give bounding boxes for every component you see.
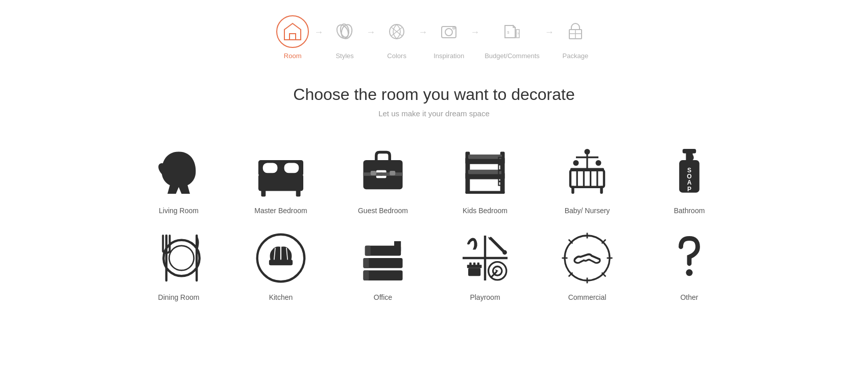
room-step-icon — [282, 21, 303, 42]
step-inspiration-label: Inspiration — [433, 52, 464, 60]
svg-rect-72 — [364, 258, 403, 268]
arrow-2: → — [366, 27, 375, 48]
styles-step-icon — [333, 20, 356, 43]
commercial-label: Commercial — [568, 293, 607, 301]
svg-rect-18 — [284, 163, 299, 173]
svg-point-49 — [585, 149, 590, 155]
playroom-label: Playroom — [470, 293, 500, 301]
office-label: Office — [374, 293, 392, 301]
step-budget[interactable]: $ ? Budget/Comments — [485, 15, 540, 60]
svg-text:?: ? — [517, 32, 519, 36]
title-section: Choose the room you want to decorate Let… — [293, 85, 574, 118]
guest-bedroom-icon — [355, 143, 411, 199]
step-room-icon-wrap — [276, 15, 309, 48]
svg-point-98 — [686, 269, 692, 276]
arrow-5: → — [545, 27, 554, 48]
bathroom-label: Bathroom — [674, 207, 705, 215]
budget-step-icon: $ ? — [501, 20, 523, 43]
room-item-other[interactable]: Other — [648, 230, 730, 301]
step-room[interactable]: Room — [276, 15, 309, 60]
page-wrapper: Room → Styles → — [0, 0, 868, 301]
svg-text:$: $ — [507, 30, 510, 35]
svg-rect-81 — [469, 263, 471, 266]
room-item-dining-room[interactable]: Dining Room — [138, 230, 220, 301]
main-title: Choose the room you want to decorate — [293, 85, 574, 104]
svg-rect-82 — [473, 263, 475, 266]
svg-rect-15 — [258, 174, 303, 191]
svg-rect-25 — [371, 171, 376, 175]
svg-rect-83 — [477, 263, 479, 266]
svg-rect-0 — [290, 34, 296, 40]
office-icon — [355, 230, 411, 286]
package-step-icon — [564, 20, 587, 43]
room-item-baby-nursery[interactable]: Baby/ Nursery — [546, 143, 628, 215]
playroom-icon — [457, 230, 513, 286]
room-item-kitchen[interactable]: Kitchen — [240, 230, 322, 301]
step-inspiration-icon-wrap — [432, 15, 465, 48]
step-styles-icon-wrap — [328, 15, 361, 48]
step-package-icon-wrap — [559, 15, 592, 48]
living-room-icon — [151, 143, 207, 199]
step-colors-label: Colors — [387, 52, 406, 60]
master-bedroom-icon — [253, 143, 309, 199]
room-item-guest-bedroom[interactable]: Guest Bedroom — [342, 143, 424, 215]
dining-room-label: Dining Room — [158, 293, 200, 301]
svg-rect-39 — [570, 170, 604, 187]
svg-rect-24 — [364, 172, 403, 176]
svg-rect-30 — [468, 155, 502, 159]
svg-rect-26 — [390, 171, 395, 175]
step-inspiration[interactable]: Inspiration — [432, 15, 465, 60]
svg-rect-17 — [263, 163, 278, 173]
room-item-kids-bedroom[interactable]: Kids Bedroom — [444, 143, 526, 215]
svg-rect-66 — [269, 260, 293, 265]
step-budget-label: Budget/Comments — [485, 52, 540, 60]
kids-bedroom-label: Kids Bedroom — [463, 207, 508, 215]
inspiration-step-icon — [438, 20, 460, 43]
baby-nursery-icon — [559, 143, 615, 199]
room-item-playroom[interactable]: Playroom — [444, 230, 526, 301]
guest-bedroom-label: Guest Bedroom — [358, 207, 408, 215]
kitchen-label: Kitchen — [269, 293, 293, 301]
colors-step-icon — [385, 20, 408, 43]
step-colors-icon-wrap — [380, 15, 413, 48]
svg-rect-73 — [364, 258, 369, 268]
step-styles-label: Styles — [335, 52, 353, 60]
step-colors[interactable]: Colors — [380, 15, 413, 60]
svg-rect-19 — [261, 190, 266, 196]
stepper: Room → Styles → — [276, 15, 592, 60]
room-item-office[interactable]: Office — [342, 230, 424, 301]
room-item-living-room[interactable]: Living Room — [138, 143, 220, 215]
svg-rect-20 — [296, 190, 301, 196]
sub-title: Let us make it your dream space — [293, 109, 574, 118]
svg-rect-71 — [364, 270, 369, 280]
room-item-bathroom[interactable]: S O A P Bathroom — [648, 143, 730, 215]
svg-rect-84 — [468, 268, 480, 276]
svg-point-50 — [596, 160, 601, 166]
svg-rect-44 — [571, 186, 574, 194]
step-package-label: Package — [563, 52, 589, 60]
svg-point-48 — [573, 160, 579, 166]
other-label: Other — [680, 293, 698, 301]
kids-bedroom-icon — [457, 143, 513, 199]
room-item-commercial[interactable]: Commercial — [546, 230, 628, 301]
svg-text:P: P — [687, 186, 691, 193]
step-styles[interactable]: Styles — [328, 15, 361, 60]
svg-rect-38 — [466, 191, 505, 194]
bathroom-icon: S O A P — [661, 143, 717, 199]
svg-point-9 — [453, 27, 455, 29]
step-package[interactable]: Package — [559, 15, 592, 60]
room-grid: Living Room Master Bedroom — [138, 143, 730, 301]
arrow-3: → — [418, 27, 427, 48]
svg-rect-51 — [570, 168, 604, 171]
svg-rect-75 — [365, 246, 371, 256]
commercial-icon — [559, 230, 615, 286]
svg-point-8 — [445, 29, 452, 36]
master-bedroom-label: Master Bedroom — [254, 207, 307, 215]
step-room-label: Room — [284, 52, 302, 60]
svg-point-63 — [169, 246, 194, 270]
step-budget-icon-wrap: $ ? — [496, 15, 528, 48]
arrow-4: → — [470, 27, 479, 48]
living-room-label: Living Room — [159, 207, 199, 215]
room-item-master-bedroom[interactable]: Master Bedroom — [240, 143, 322, 215]
svg-rect-45 — [600, 186, 603, 194]
